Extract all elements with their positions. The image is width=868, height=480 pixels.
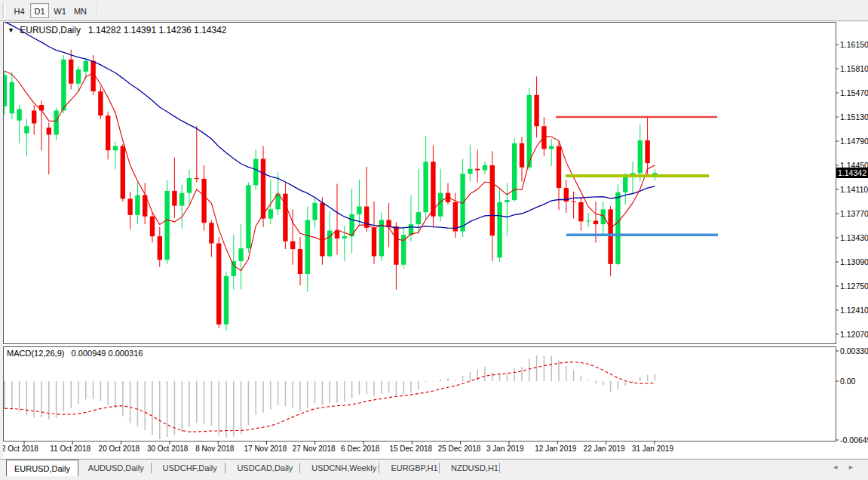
price-axis-label: 1.13430 [840,233,868,242]
chart-tab-usdcnh-weekly[interactable]: USDCNH,Weekly [304,460,384,476]
price-chart-canvas[interactable] [0,0,868,480]
date-axis-label: 11 Oct 2018 [50,445,90,453]
tab-separator [299,463,300,473]
macd-axis-label: -0.00649 [840,435,868,445]
date-axis-label: 3 Jan 2019 [486,445,524,453]
date-axis-label: 12 Jan 2019 [535,445,576,453]
price-axis-label: 1.12750 [840,282,868,291]
macd-indicator-values: 0.000949 0.000316 [72,349,143,358]
chart-collapse-icon[interactable]: ▼ [8,26,14,34]
date-axis-label: 6 Dec 2018 [341,445,379,453]
price-axis-label: 1.13090 [840,257,868,266]
price-axis-label: 1.14110 [840,185,868,194]
chart-tab-usdchf-daily[interactable]: USDCHF,Daily [155,460,225,476]
tab-separator [225,463,225,473]
chart-tab-eurgbp-h1[interactable]: EURGBP,H1 [383,460,445,476]
chart-tab-audusd-daily[interactable]: AUDUSD,Daily [81,460,152,476]
current-price-tag: 1.14342 [836,168,868,178]
date-axis-label: 17 Nov 2018 [244,445,287,453]
date-axis-label: 25 Dec 2018 [438,445,481,453]
chart-tab-nzdusd-h1[interactable]: NZDUSD,H1 [443,460,506,476]
date-axis-label: 20 Oct 2018 [99,445,140,453]
tab-separator [151,463,152,473]
date-axis-label: 27 Nov 2018 [293,445,336,453]
date-axis-label: 30 Oct 2018 [147,445,188,453]
mt4-window: H4D1W1MN ▼ EURUSD,Daily 1.14282 1.14391 … [0,0,868,480]
macd-indicator-label: MACD(12,26,9) 0.000949 0.000316 [7,349,143,358]
price-axis-label: 1.15810 [840,64,868,73]
window-bottom-edge [0,476,868,480]
tab-separator [499,463,500,473]
chart-tab-eurusd-daily[interactable]: EURUSD,Daily [6,460,78,477]
date-axis-label: 22 Jan 2019 [584,445,625,453]
macd-axis-label: 0.003306 [840,346,868,355]
price-axis-label: 1.15470 [840,88,868,97]
tab-separator [379,463,379,473]
price-axis-label: 1.13770 [840,209,868,218]
date-axis-label: 31 Jan 2019 [632,445,673,453]
chart-symbol-label: EURUSD,Daily [20,25,81,35]
price-axis-label: 1.12410 [840,306,868,315]
chart-ohlc-values: 1.14282 1.14391 1.14236 1.14342 [88,25,227,35]
price-axis-label: 1.14790 [840,137,868,146]
date-axis-label: 2 Oct 2018 [2,445,38,453]
price-axis-label: 1.16150 [840,40,868,49]
tab-scroll-left-icon[interactable]: ◄ [832,463,848,471]
macd-axis-label: 0.00 [840,377,855,386]
price-axis-label: 1.12070 [840,330,868,339]
tab-scroll-right-icon[interactable]: ► [848,463,863,471]
chart-tab-bar: EURUSD,DailyAUDUSD,DailyUSDCHF,DailyUSDC… [0,459,868,476]
chart-tab-usdcad-daily[interactable]: USDCAD,Daily [229,460,300,476]
price-axis-label: 1.15130 [840,112,868,122]
date-axis-label: 8 Nov 2018 [195,445,234,453]
tab-scroll-arrows[interactable]: ◄► [832,463,863,471]
tab-separator [439,463,440,473]
chart-title: ▼ EURUSD,Daily 1.14282 1.14391 1.14236 1… [8,25,227,35]
window-left-edge [0,21,3,459]
date-axis-label: 15 Dec 2018 [389,445,432,453]
